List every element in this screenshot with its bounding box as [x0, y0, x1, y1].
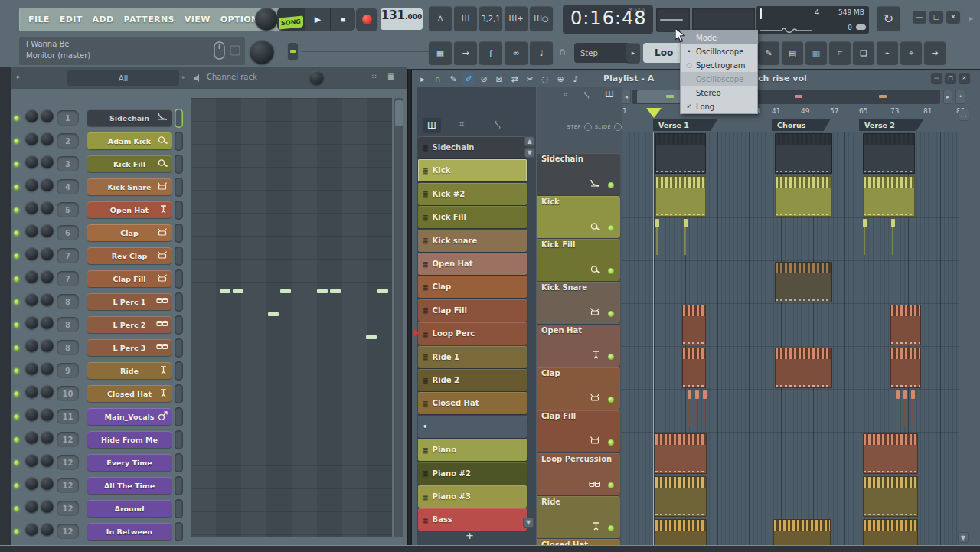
channel-number[interactable]: 7: [57, 248, 79, 263]
channel-volume-knob[interactable]: [41, 132, 54, 145]
pattern-clip-thin[interactable]: [655, 219, 659, 260]
channel-number[interactable]: 10: [57, 386, 79, 401]
channel-mute-led[interactable]: [14, 460, 19, 465]
playlist-close-button[interactable]: ✕: [959, 73, 970, 83]
channel-pan-knob[interactable]: [25, 132, 38, 145]
track-tab-crossfade-icon[interactable]: ⌗: [564, 90, 568, 100]
plugin-toggle[interactable]: ⌁: [877, 41, 898, 64]
channel-volume-knob[interactable]: [41, 270, 54, 283]
channel-volume-knob[interactable]: [41, 155, 54, 168]
channel-button[interactable]: L Perc 2: [87, 316, 172, 333]
menu-add[interactable]: ADD: [93, 15, 114, 24]
channel-pan-knob[interactable]: [25, 408, 38, 421]
channel-volume-knob[interactable]: [41, 500, 54, 513]
time-display[interactable]: M:S:CS 0:16:48: [563, 5, 653, 34]
channel-fader[interactable]: [175, 155, 183, 174]
stop-button[interactable]: ■: [330, 8, 355, 31]
headphones-icon[interactable]: ∩: [558, 46, 567, 57]
channel-pan-knob[interactable]: [25, 201, 38, 214]
track-mute-led[interactable]: [608, 354, 614, 360]
slide-icon[interactable]: ʃ: [479, 41, 502, 64]
channel-pan-knob[interactable]: [25, 247, 38, 260]
channel-number[interactable]: 8: [57, 340, 79, 355]
pattern-clip-thin[interactable]: [891, 219, 895, 260]
track-tab-keys-icon[interactable]: Ш: [605, 90, 614, 100]
tab-patterns[interactable]: Ш: [423, 118, 441, 133]
channel-mute-led[interactable]: [14, 116, 19, 121]
channel-button[interactable]: Closed Hat: [87, 385, 172, 402]
picker-scroll-bottom[interactable]: ▼: [523, 518, 534, 528]
channel-fader[interactable]: [175, 384, 183, 403]
channel-number[interactable]: 4: [57, 179, 79, 194]
channel-button[interactable]: All The Time: [87, 477, 172, 494]
pattern-item[interactable]: ≣Kick #2: [418, 183, 527, 205]
channel-pan-knob[interactable]: [25, 362, 38, 375]
pattern-clip[interactable]: [682, 305, 706, 345]
channel-filter-select[interactable]: All: [67, 70, 179, 86]
channel-number[interactable]: 12: [57, 432, 79, 447]
maximize-button[interactable]: □: [929, 11, 943, 23]
pattern-clip[interactable]: [775, 262, 832, 302]
channel-pan-knob[interactable]: [25, 477, 38, 490]
channel-pan-knob[interactable]: [25, 500, 38, 513]
channel-pan-knob[interactable]: [25, 523, 38, 536]
channel-fader[interactable]: [175, 109, 183, 128]
channel-mute-led[interactable]: [14, 253, 19, 259]
track-mute-led[interactable]: [608, 311, 614, 317]
channel-number[interactable]: 3: [57, 156, 79, 171]
metronome-alt-icon[interactable]: ♩: [530, 41, 553, 64]
restart-icon[interactable]: ↻: [877, 6, 900, 31]
pattern-arrow-button[interactable]: ▸: [626, 43, 640, 63]
context-menu-item[interactable]: ✓Long: [681, 100, 757, 113]
channel-mute-led[interactable]: [14, 437, 19, 443]
pattern-clip-thin[interactable]: [688, 390, 691, 431]
pattern-clip-thin[interactable]: [896, 390, 900, 431]
channel-volume-knob[interactable]: [41, 316, 54, 329]
record-button[interactable]: [356, 8, 377, 31]
playlist-track-header[interactable]: Loop Percussion: [537, 453, 620, 495]
rack-scrollbar[interactable]: [394, 98, 403, 537]
channel-pan-knob[interactable]: [25, 270, 38, 283]
channel-volume-knob[interactable]: [41, 109, 54, 122]
tempo-tap-toggle[interactable]: ⌖: [900, 41, 922, 64]
slide-toggle[interactable]: [614, 123, 622, 131]
channel-button[interactable]: Ride: [87, 362, 172, 379]
channel-button[interactable]: Kick Snare: [87, 178, 172, 195]
track-mute-led[interactable]: [608, 268, 614, 274]
slice-tool-icon[interactable]: ✂: [523, 72, 537, 86]
channel-mute-led[interactable]: [14, 483, 19, 488]
picker-scroll-up[interactable]: ▲: [524, 136, 534, 146]
menu-view[interactable]: VIEW: [185, 15, 211, 24]
channel-button[interactable]: In Between: [87, 523, 172, 540]
arrow-mode-icon[interactable]: →: [454, 41, 477, 64]
channel-mute-led[interactable]: [14, 529, 19, 534]
channel-number[interactable]: 6: [57, 225, 79, 240]
menu-patterns[interactable]: PATTERNS: [124, 15, 175, 24]
channel-mute-led[interactable]: [14, 322, 19, 328]
channel-number[interactable]: 5: [57, 202, 79, 217]
channel-button[interactable]: L Perc 3: [87, 339, 172, 356]
channel-button[interactable]: Open Hat: [87, 201, 172, 218]
channel-volume-knob[interactable]: [41, 454, 54, 467]
channel-mute-led[interactable]: [14, 207, 19, 213]
pattern-clip[interactable]: [890, 348, 921, 388]
channel-button[interactable]: Sidechain: [87, 109, 172, 126]
channel-button[interactable]: Clap: [87, 224, 172, 241]
pattern-item[interactable]: ≣Kick Fill: [418, 206, 527, 228]
channel-number[interactable]: 12: [57, 455, 79, 470]
pattern-item[interactable]: ≣Loop Perc: [418, 322, 527, 345]
menu-edit[interactable]: EDIT: [60, 15, 83, 24]
playlist-track-header[interactable]: Open Hat: [537, 325, 620, 367]
channel-pan-knob[interactable]: [25, 178, 38, 191]
playlist-track-header[interactable]: Sidechain: [537, 153, 620, 195]
loop-record-icon[interactable]: Ш○: [530, 6, 553, 31]
overdub-icon[interactable]: Ш+: [505, 6, 528, 31]
channel-volume-knob[interactable]: [41, 362, 54, 375]
playlist-minimize-button[interactable]: —: [931, 73, 942, 83]
select-tool-icon[interactable]: ◌: [538, 72, 552, 86]
master-volume-knob[interactable]: [255, 8, 278, 31]
playback-tool-icon[interactable]: ♪: [569, 72, 583, 86]
channel-fader[interactable]: [175, 407, 183, 426]
context-menu-header[interactable]: Mode: [681, 31, 757, 44]
pattern-item[interactable]: ≣Ride 1: [418, 346, 527, 368]
